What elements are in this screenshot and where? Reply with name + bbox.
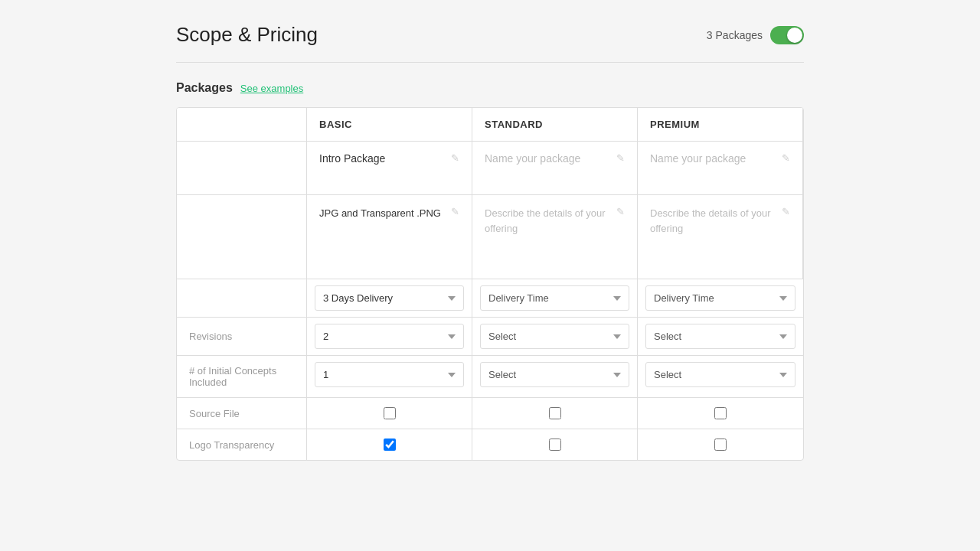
delivery-dropdown-premium[interactable]: Delivery Time — [645, 285, 795, 311]
see-examples-link[interactable]: See examples — [240, 83, 303, 94]
logo-transparency-cell-premium[interactable] — [638, 429, 803, 460]
name-cell-basic[interactable]: Intro Package ✎ — [307, 142, 472, 195]
delivery-cell-standard[interactable]: Delivery Time — [472, 279, 638, 318]
logo-transparency-row-label: Logo Transparency — [177, 429, 307, 460]
desc-cell-standard-text: Describe the details of your offering — [485, 206, 613, 236]
delivery-cell-premium[interactable]: Delivery Time — [638, 279, 803, 318]
edit-icon-basic-desc[interactable]: ✎ — [451, 206, 459, 217]
delivery-cell-basic[interactable]: 3 Days Delivery — [307, 279, 472, 318]
delivery-dropdown-basic[interactable]: 3 Days Delivery — [315, 285, 464, 311]
desc-cell-premium[interactable]: Describe the details of your offering ✎ — [638, 195, 803, 279]
revisions-cell-basic[interactable]: 2 — [307, 318, 472, 356]
page-header: Scope & Pricing 3 Packages — [176, 23, 804, 47]
col-header-basic: BASIC — [307, 108, 472, 142]
name-cell-basic-text: Intro Package — [319, 152, 385, 165]
initial-concepts-row-label: # of Initial Concepts Included — [177, 356, 307, 398]
initial-concepts-dropdown-premium[interactable]: Select — [645, 362, 795, 387]
table-grid: BASIC STANDARD PREMIUM Intro Package ✎ N… — [177, 108, 803, 460]
edit-icon-premium-name[interactable]: ✎ — [782, 152, 790, 164]
initial-concepts-cell-basic[interactable]: 1 — [307, 356, 472, 398]
name-cell-premium[interactable]: Name your package ✎ — [638, 142, 803, 195]
page-container: Scope & Pricing 3 Packages Packages See … — [145, 0, 835, 484]
col-header-empty — [177, 108, 307, 142]
logo-transparency-checkbox-standard[interactable] — [549, 439, 561, 451]
initial-concepts-cell-standard[interactable]: Select — [472, 356, 638, 398]
source-file-checkbox-standard[interactable] — [549, 407, 561, 419]
edit-icon-premium-desc[interactable]: ✎ — [782, 206, 790, 217]
page-title: Scope & Pricing — [176, 23, 318, 47]
packages-table: BASIC STANDARD PREMIUM Intro Package ✎ N… — [176, 107, 804, 461]
desc-cell-basic-text: JPG and Transparent .PNG — [319, 206, 441, 221]
initial-concepts-dropdown-basic[interactable]: 1 — [315, 362, 464, 387]
revisions-cell-standard[interactable]: Select — [472, 318, 638, 356]
name-cell-standard-text: Name your package — [485, 152, 580, 165]
source-file-checkbox-premium[interactable] — [714, 407, 727, 419]
source-file-cell-standard[interactable] — [472, 398, 638, 429]
source-file-checkbox-basic[interactable] — [384, 407, 396, 419]
source-file-cell-basic[interactable] — [307, 398, 472, 429]
packages-toggle[interactable] — [770, 26, 804, 44]
revisions-cell-premium[interactable]: Select — [638, 318, 803, 356]
edit-icon-basic-name[interactable]: ✎ — [451, 152, 459, 164]
logo-transparency-checkbox-basic[interactable] — [384, 439, 396, 451]
desc-row-empty — [177, 195, 307, 279]
toggle-label: 3 Packages — [707, 29, 763, 41]
logo-transparency-checkbox-premium[interactable] — [714, 439, 727, 451]
col-header-premium: PREMIUM — [638, 108, 803, 142]
desc-cell-standard[interactable]: Describe the details of your offering ✎ — [472, 195, 638, 279]
revisions-dropdown-basic[interactable]: 2 — [315, 324, 464, 349]
delivery-dropdown-standard[interactable]: Delivery Time — [480, 285, 629, 311]
initial-concepts-cell-premium[interactable]: Select — [638, 356, 803, 398]
revisions-dropdown-premium[interactable]: Select — [645, 324, 795, 349]
edit-icon-standard-name[interactable]: ✎ — [616, 152, 625, 164]
desc-cell-premium-text: Describe the details of your offering — [650, 206, 779, 236]
delivery-row-empty — [177, 279, 307, 318]
col-header-standard: STANDARD — [472, 108, 638, 142]
name-cell-standard[interactable]: Name your package ✎ — [472, 142, 638, 195]
edit-icon-standard-desc[interactable]: ✎ — [616, 206, 625, 217]
name-cell-premium-text: Name your package — [650, 152, 746, 165]
source-file-row-label: Source File — [177, 398, 307, 429]
initial-concepts-dropdown-standard[interactable]: Select — [480, 362, 629, 387]
packages-section-header: Packages See examples — [176, 81, 804, 95]
revisions-row-label: Revisions — [177, 318, 307, 356]
revisions-dropdown-standard[interactable]: Select — [480, 324, 629, 349]
logo-transparency-cell-standard[interactable] — [472, 429, 638, 460]
header-divider — [176, 62, 804, 63]
name-row-empty — [177, 142, 307, 195]
packages-section-title: Packages — [176, 81, 233, 95]
desc-cell-basic[interactable]: JPG and Transparent .PNG ✎ — [307, 195, 472, 279]
source-file-cell-premium[interactable] — [638, 398, 803, 429]
packages-toggle-area: 3 Packages — [707, 26, 804, 44]
logo-transparency-cell-basic[interactable] — [307, 429, 472, 460]
